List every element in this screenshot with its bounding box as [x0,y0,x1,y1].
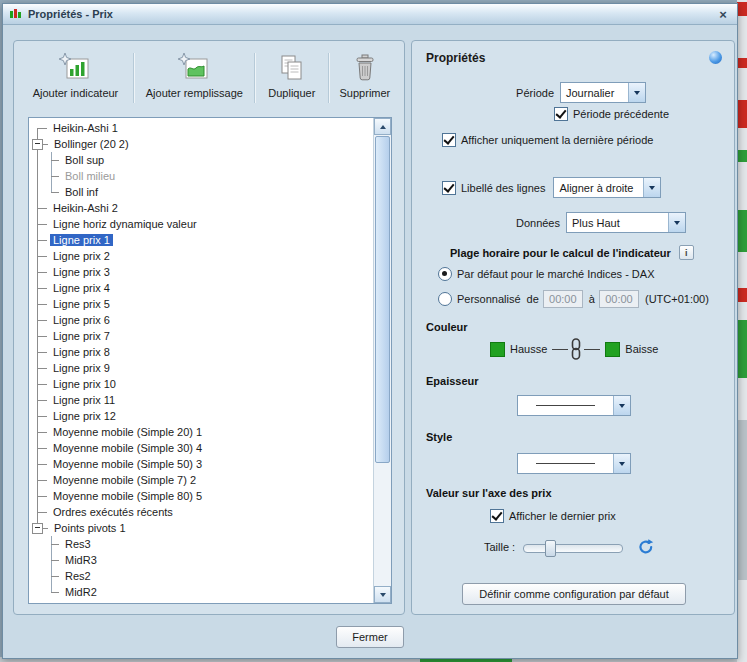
tree-item[interactable]: Moyenne mobile (Simple 80) 5 [29,488,373,504]
tree-item[interactable]: Heikin-Ashi 1 [29,120,373,136]
dropdown-button[interactable] [613,454,630,473]
tree-item[interactable]: Boll sup [29,152,373,168]
tree-item[interactable]: Ligne prix 7 [29,328,373,344]
line-label-row: Libellé des lignes Aligner à droite [442,177,661,198]
time-to-input[interactable] [599,290,639,308]
scrollbar-thumb[interactable] [375,136,390,463]
custom-range-label: Personnalisé [457,293,521,305]
tree-item[interactable]: Ligne prix 5 [29,296,373,312]
line-sample [536,405,596,406]
period-value: Journalier [561,83,628,102]
period-row: Période Journalier [412,82,646,103]
size-slider[interactable] [523,540,623,555]
tree-item[interactable]: Boll inf [29,184,373,200]
link-line [584,349,600,350]
dropdown-button[interactable] [628,83,645,102]
default-market-radio[interactable] [438,267,452,281]
tree-item-label: Ligne prix 1 [50,234,113,246]
add-fill-label: Ajouter remplissage [146,87,243,99]
tree-item[interactable]: Ligne prix 2 [29,248,373,264]
from-label: de [527,293,539,305]
add-fill-button[interactable]: Ajouter remplissage [135,49,254,111]
tree-item[interactable]: Ligne horiz dynamique valeur [29,216,373,232]
line-label-dropdown[interactable]: Aligner à droite [553,177,661,198]
tree-item[interactable]: Moyenne mobile (Simple 7) 2 [29,472,373,488]
close-icon[interactable]: × [715,7,731,22]
line-sample [536,463,596,464]
delete-button[interactable]: Supprimer [330,49,400,111]
default-market-label: Par défaut pour le marché Indices - DAX [457,268,654,280]
tree-item[interactable]: Moyenne mobile (Simple 30) 4 [29,440,373,456]
show-last-price-checkbox[interactable] [490,509,504,523]
tree-item[interactable]: Ligne prix 1 [29,232,373,248]
scroll-up-button[interactable] [374,118,391,135]
collapse-toggle-icon[interactable] [32,523,43,534]
tree-item[interactable]: Ligne prix 6 [29,312,373,328]
time-from-input[interactable] [543,290,583,308]
indicator-tree: Heikin-Ashi 1Bollinger (20 2)Boll supBol… [29,118,373,603]
tree-item[interactable]: MidR2 [29,584,373,600]
tree-item[interactable]: Res2 [29,568,373,584]
style-dropdown[interactable] [517,453,631,474]
tree-item[interactable]: Bollinger (20 2) [29,136,373,152]
add-indicator-button[interactable]: Ajouter indicateur [18,49,133,111]
arrow-up-icon [380,125,386,129]
up-color-swatch[interactable] [490,342,505,357]
custom-range-radio[interactable] [438,292,452,306]
dialog-body: Ajouter indicateur Ajouter remplissage [3,25,737,658]
link-colors-icon[interactable] [569,338,583,360]
to-label: à [589,293,595,305]
tree-item[interactable]: Moyenne mobile (Simple 20) 1 [29,424,373,440]
show-last-period-checkbox[interactable] [442,133,456,147]
tree-item[interactable]: Res3 [29,536,373,552]
thickness-dropdown[interactable] [517,395,631,416]
set-default-config-button[interactable]: Définir comme configuration par défaut [462,583,686,605]
tree-scrollbar[interactable] [373,118,391,603]
tree-item[interactable]: MidR3 [29,552,373,568]
scroll-down-button[interactable] [374,586,391,603]
line-label-value: Aligner à droite [554,178,643,197]
collapse-toggle-icon[interactable] [32,139,43,150]
tree-item-label: Ligne prix 10 [50,378,119,390]
size-label: Taille : [484,541,515,553]
close-dialog-button[interactable]: Fermer [336,626,404,648]
chevron-down-icon [649,186,655,190]
help-sphere-icon[interactable] [709,51,722,64]
tree-item[interactable]: Ordres exécutés récents [29,504,373,520]
show-last-price-row: Afficher le dernier prix [490,509,616,523]
tree-item[interactable]: Ligne prix 10 [29,376,373,392]
duplicate-button[interactable]: Dupliquer [256,49,328,111]
time-range-title: Plage horaire pour le calcul de l'indica… [450,247,671,259]
tree-item[interactable]: Ligne prix 9 [29,360,373,376]
tree-item[interactable]: Ligne prix 11 [29,392,373,408]
default-config-row: Définir comme configuration par défaut [462,583,686,605]
tree-item[interactable]: Ligne prix 12 [29,408,373,424]
period-dropdown[interactable]: Journalier [560,82,646,103]
tree-item-label: Heikin-Ashi 2 [50,202,121,214]
tree-item[interactable]: Points pivots 1 [29,520,373,536]
slider-thumb[interactable] [545,540,556,557]
previous-period-checkbox[interactable] [554,107,568,121]
down-color-swatch[interactable] [605,342,620,357]
dropdown-button[interactable] [613,396,630,415]
dialog-titlebar[interactable]: Propriétés - Prix × [3,4,737,25]
tree-item-label: Ligne prix 9 [50,362,113,374]
tree-item[interactable]: Ligne prix 8 [29,344,373,360]
slider-track[interactable] [523,544,623,553]
time-range-title-row: Plage horaire pour le calcul de l'indica… [450,245,694,260]
info-icon[interactable]: i [679,245,694,260]
tree-item[interactable]: Ligne prix 4 [29,280,373,296]
tree-item-label: Ligne prix 3 [50,266,113,278]
scrollbar-track[interactable] [374,135,391,586]
tree-item[interactable]: Moyenne mobile (Simple 50) 3 [29,456,373,472]
dropdown-button[interactable] [643,178,660,197]
tree-item[interactable]: Ligne prix 3 [29,264,373,280]
reset-size-button[interactable] [637,538,655,556]
data-dropdown[interactable]: Plus Haut [566,212,686,233]
line-label-checkbox[interactable] [442,181,456,195]
tree-item[interactable]: Boll milieu [29,168,373,184]
custom-range-row: Personnalisé de à (UTC+01:00) [438,290,709,308]
tree-item[interactable]: Heikin-Ashi 2 [29,200,373,216]
tree-item-label: Res2 [62,570,94,582]
dropdown-button[interactable] [668,213,685,232]
